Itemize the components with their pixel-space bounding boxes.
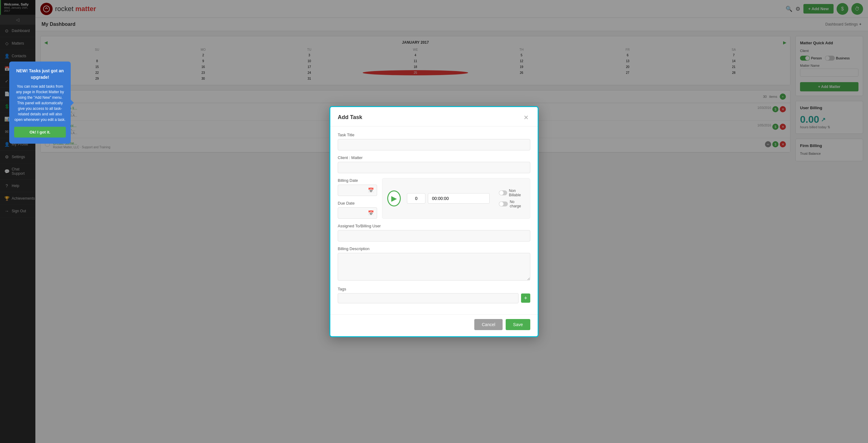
- billing-date-timer-row: Billing Date 📅 Due Date 📅: [338, 178, 434, 222]
- billing-calendar-icon[interactable]: 📅: [368, 187, 374, 193]
- billing-date-wrap: 📅: [338, 185, 377, 196]
- timer-play-button[interactable]: ▶: [387, 190, 401, 206]
- notification-got-it-button[interactable]: Ok! I got it.: [14, 127, 66, 138]
- notification-body: You can now add tasks from any page in R…: [14, 84, 66, 122]
- modal-body: Task Title Client : Matter Billing Date …: [330, 126, 434, 222]
- timer-hours-input[interactable]: [407, 193, 425, 204]
- task-title-input[interactable]: [338, 139, 434, 150]
- modal-header: Add Task ✕: [330, 107, 434, 126]
- notification-title: NEW! Tasks just got an upgrade!: [14, 68, 66, 81]
- modal-title: Add Task: [338, 114, 362, 121]
- notification-box: NEW! Tasks just got an upgrade! You can …: [9, 61, 71, 144]
- client-matter-label: Client : Matter: [338, 155, 434, 160]
- add-task-modal: Add Task ✕ Task Title Client : Matter Bi…: [330, 106, 434, 222]
- billing-due-date-group: Billing Date 📅 Due Date 📅: [338, 178, 377, 222]
- client-matter-input[interactable]: [338, 162, 434, 173]
- timer-section: ▶ Non Billable: [382, 178, 434, 219]
- due-date-wrap: 📅: [338, 207, 377, 219]
- due-calendar-icon[interactable]: 📅: [368, 210, 374, 216]
- timer-time-input[interactable]: [428, 193, 434, 204]
- notification-arrow: [71, 100, 74, 106]
- due-date-label: Due Date: [338, 201, 377, 206]
- due-date-field: Due Date 📅: [338, 201, 377, 219]
- task-title-field: Task Title: [338, 132, 434, 150]
- timer-display: [407, 193, 434, 204]
- modal-overlay[interactable]: NEW! Tasks just got an upgrade! You can …: [0, 0, 434, 222]
- client-matter-field: Client : Matter: [338, 155, 434, 173]
- billing-date-label: Billing Date: [338, 178, 377, 183]
- task-title-label: Task Title: [338, 132, 434, 137]
- billing-date-field: Billing Date 📅: [338, 178, 377, 196]
